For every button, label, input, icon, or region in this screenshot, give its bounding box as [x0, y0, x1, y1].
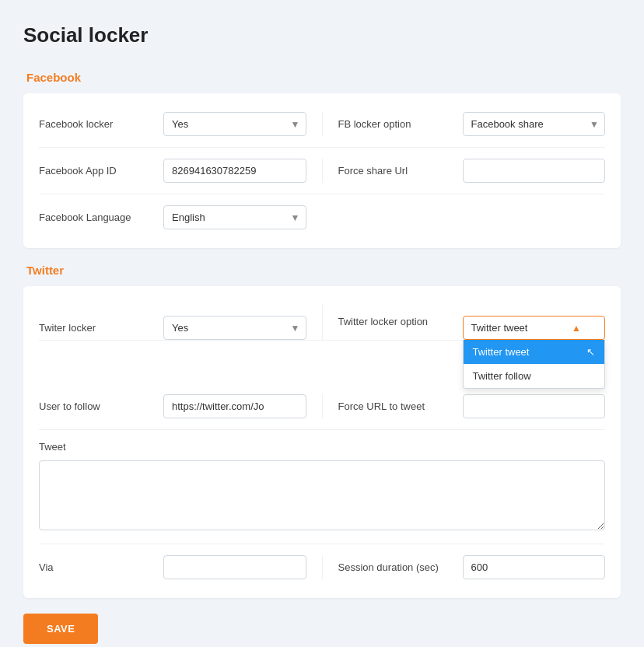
tweet-label: Tweet: [39, 441, 66, 453]
fb-locker-option-wrapper: Facebook share Facebook like ▼: [463, 112, 606, 136]
force-url-tweet-group: Force URL to tweet: [322, 394, 606, 418]
fb-locker-option-label: FB locker option: [338, 118, 463, 130]
via-group: Via: [39, 555, 306, 579]
user-to-follow-label: User to follow: [39, 400, 163, 412]
force-url-tweet-control: [463, 394, 606, 418]
facebook-row-2: Facebook App ID Force share Url: [39, 148, 605, 194]
twitter-tweet-option[interactable]: Twitter tweet ↖: [464, 340, 605, 364]
session-duration-input[interactable]: [463, 555, 606, 579]
facebook-locker-label: Facebook locker: [39, 118, 163, 130]
facebook-app-id-control: [163, 159, 306, 183]
facebook-app-id-label: Facebook App ID: [39, 165, 163, 177]
twitter-locker-option-group: Twitter locker option Twitter tweet ▲ Tw…: [322, 305, 606, 340]
user-to-follow-control: [163, 394, 306, 418]
twitter-locker-control: Yes No ▼: [163, 316, 306, 340]
facebook-language-group: Facebook Language English Spanish French…: [39, 205, 306, 229]
twitter-locker-option-label: Twitter locker option: [338, 316, 463, 327]
twitter-locker-label: Twiter locker: [39, 322, 163, 334]
via-control: [163, 555, 306, 579]
facebook-locker-group: Facebook locker Yes No ▼: [39, 112, 306, 136]
twitter-locker-group: Twiter locker Yes No ▼: [39, 305, 306, 340]
twitter-section: Twitter Twiter locker Yes No ▼ Twitter l…: [23, 264, 621, 598]
twitter-locker-wrapper: Yes No ▼: [163, 316, 306, 340]
tweet-control: [39, 460, 605, 533]
facebook-row-1: Facebook locker Yes No ▼ FB locker optio…: [39, 101, 605, 148]
twitter-row-1: Twiter locker Yes No ▼ Twitter locker op…: [39, 294, 605, 341]
user-to-follow-group: User to follow: [39, 394, 306, 418]
facebook-locker-select[interactable]: Yes No: [163, 112, 306, 136]
cursor-icon: ↖: [586, 346, 595, 358]
facebook-locker-wrapper: Yes No ▼: [163, 112, 306, 136]
facebook-card: Facebook locker Yes No ▼ FB locker optio…: [23, 93, 621, 248]
twitter-tweet-row: Tweet: [39, 430, 605, 544]
twitter-locker-select[interactable]: Yes No: [163, 316, 306, 340]
fb-locker-option-group: FB locker option Facebook share Facebook…: [322, 112, 606, 136]
facebook-section-title: Facebook: [26, 71, 621, 84]
force-url-tweet-label: Force URL to tweet: [338, 400, 463, 412]
facebook-language-wrapper: English Spanish French ▼: [163, 205, 306, 229]
twitter-locker-option-menu: Twitter tweet ↖ Twitter follow: [463, 340, 606, 389]
fb-locker-option-control: Facebook share Facebook like ▼: [463, 112, 606, 136]
force-share-url-control: [463, 159, 606, 183]
twitter-card: Twiter locker Yes No ▼ Twitter locker op…: [23, 286, 621, 598]
facebook-locker-control: Yes No ▼: [163, 112, 306, 136]
twitter-locker-option-value: Twitter tweet: [471, 322, 528, 334]
twitter-row-4: Via Session duration (sec): [39, 544, 605, 590]
facebook-app-id-group: Facebook App ID: [39, 159, 306, 183]
page-title: Social locker: [23, 23, 621, 47]
force-share-url-group: Force share Url: [322, 159, 606, 183]
tweet-textarea[interactable]: [39, 460, 605, 530]
force-share-url-label: Force share Url: [338, 165, 463, 177]
twitter-row-2: User to follow Force URL to tweet: [39, 383, 605, 430]
facebook-language-select[interactable]: English Spanish French: [163, 205, 306, 229]
twitter-section-title: Twitter: [26, 264, 621, 277]
twitter-follow-option[interactable]: Twitter follow: [464, 364, 605, 388]
facebook-language-control: English Spanish French ▼: [163, 205, 306, 229]
facebook-language-label: Facebook Language: [39, 212, 163, 223]
facebook-section: Facebook Facebook locker Yes No ▼ FB loc…: [23, 71, 621, 248]
twitter-locker-option-control: Twitter tweet ▲ Twitter tweet ↖ Twitter …: [463, 316, 606, 340]
facebook-row-3: Facebook Language English Spanish French…: [39, 194, 605, 240]
twitter-locker-option-arrow-icon: ▲: [572, 323, 581, 334]
save-button[interactable]: SAVE: [23, 614, 98, 644]
force-url-tweet-input[interactable]: [463, 394, 606, 418]
session-duration-control: [463, 555, 606, 579]
twitter-locker-option-button[interactable]: Twitter tweet ▲: [463, 316, 606, 340]
session-duration-label: Session duration (sec): [338, 561, 463, 573]
user-to-follow-input[interactable]: [163, 394, 306, 418]
fb-locker-option-select[interactable]: Facebook share Facebook like: [463, 112, 606, 136]
session-duration-group: Session duration (sec): [322, 555, 606, 579]
facebook-app-id-input[interactable]: [163, 159, 306, 183]
via-input[interactable]: [163, 555, 306, 579]
via-label: Via: [39, 561, 163, 573]
force-share-url-input[interactable]: [463, 159, 606, 183]
